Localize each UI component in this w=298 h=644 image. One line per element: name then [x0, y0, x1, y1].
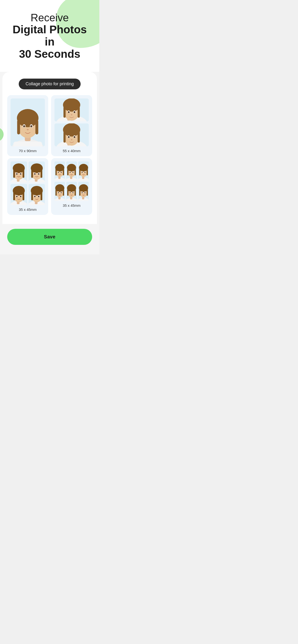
svg-point-35 [74, 136, 75, 138]
svg-point-146 [84, 192, 85, 193]
person-svg-6g-2 [66, 162, 77, 181]
svg-point-123 [58, 192, 59, 193]
label-35x45-6grid: 35 x 45mm [54, 204, 89, 208]
photo-card-35x45-6grid: 35 x 45mm [51, 158, 92, 215]
hero-line3: 30 Seconds [7, 48, 92, 60]
person-svg-55x40-top [54, 98, 89, 122]
photo-card-70x90: 70 x 90mm [7, 95, 48, 156]
svg-rect-142 [87, 189, 88, 196]
svg-point-23 [74, 111, 75, 113]
svg-rect-98 [75, 169, 76, 176]
collage-badge: Collage photo for printing [19, 78, 80, 89]
photo-card-35x45-4grid: 35 x 45mm [7, 158, 48, 215]
svg-point-24 [71, 114, 72, 116]
page-wrapper: Receive Digital Photos in 30 Seconds Col… [0, 0, 99, 254]
svg-rect-65 [23, 192, 24, 200]
svg-point-113 [84, 172, 85, 173]
photo-card-55x40: 55 x 40mm [51, 95, 92, 156]
save-section: Save [0, 224, 99, 254]
svg-rect-54 [41, 170, 42, 178]
svg-point-46 [16, 173, 18, 175]
svg-rect-75 [31, 192, 33, 200]
4grid-layout [11, 162, 45, 205]
svg-rect-19 [78, 107, 80, 118]
svg-rect-86 [55, 169, 57, 176]
svg-point-134 [70, 192, 71, 193]
svg-point-57 [34, 173, 36, 175]
hero-line1: Receive [7, 12, 92, 24]
6grid-layout [54, 162, 89, 201]
label-35x45-4grid: 35 x 45mm [11, 208, 45, 212]
svg-point-79 [34, 196, 36, 197]
person-svg-4g-1 [11, 162, 27, 182]
svg-point-90 [58, 172, 59, 173]
svg-rect-76 [41, 192, 42, 200]
svg-point-68 [16, 196, 18, 197]
svg-point-69 [20, 196, 21, 197]
person-svg-4g-3 [11, 184, 27, 205]
person-svg-55x40-bottom [54, 124, 89, 146]
svg-rect-97 [67, 169, 68, 176]
top-photo-row: 70 x 90mm [7, 95, 92, 156]
svg-point-11 [31, 125, 32, 128]
svg-point-80 [38, 196, 39, 197]
svg-point-47 [20, 173, 21, 175]
svg-rect-64 [13, 192, 15, 200]
svg-point-12 [27, 129, 29, 130]
person-svg-6g-6 [78, 182, 89, 201]
svg-rect-2 [14, 142, 42, 146]
main-card: Collage photo for printing [3, 72, 97, 224]
svg-point-10 [23, 125, 25, 128]
person-svg-4g-4 [29, 184, 45, 205]
svg-rect-53 [31, 170, 33, 178]
svg-rect-130 [67, 189, 68, 196]
svg-rect-108 [79, 169, 80, 176]
svg-point-34 [68, 136, 70, 138]
svg-rect-7 [36, 120, 38, 134]
svg-point-101 [70, 172, 71, 173]
svg-point-135 [72, 192, 73, 193]
person-svg-4g-2 [29, 162, 45, 182]
save-button[interactable]: Save [7, 229, 92, 245]
person-svg-6g-5 [66, 182, 77, 201]
svg-rect-18 [64, 107, 66, 118]
svg-rect-109 [87, 169, 88, 176]
svg-point-58 [38, 173, 39, 175]
svg-point-5 [17, 109, 39, 127]
svg-rect-43 [23, 170, 24, 178]
person-svg-6g-4 [54, 182, 65, 201]
double-stack [54, 98, 89, 146]
hero-line2: Digital Photos in [7, 24, 92, 48]
svg-rect-119 [55, 189, 57, 196]
svg-point-112 [82, 172, 83, 173]
svg-rect-131 [75, 189, 76, 196]
svg-rect-141 [79, 189, 80, 196]
svg-rect-6 [17, 120, 20, 134]
svg-point-124 [61, 192, 62, 193]
label-70x90: 70 x 90mm [11, 149, 45, 153]
svg-point-145 [82, 192, 83, 193]
svg-point-91 [61, 172, 62, 173]
bottom-photo-row: 35 x 45mm [7, 158, 92, 215]
svg-rect-42 [13, 170, 15, 178]
person-svg-large [11, 98, 45, 146]
svg-point-22 [68, 111, 70, 113]
hero-section: Receive Digital Photos in 30 Seconds [0, 0, 99, 72]
person-svg-6g-3 [78, 162, 89, 181]
svg-rect-120 [63, 189, 64, 196]
svg-rect-87 [63, 169, 64, 176]
person-svg-6g-1 [54, 162, 65, 181]
svg-rect-31 [78, 132, 80, 142]
label-55x40: 55 x 40mm [54, 149, 89, 153]
svg-point-102 [72, 172, 73, 173]
hero-title: Receive Digital Photos in 30 Seconds [7, 12, 92, 60]
svg-rect-30 [64, 132, 66, 142]
svg-point-36 [71, 139, 72, 140]
